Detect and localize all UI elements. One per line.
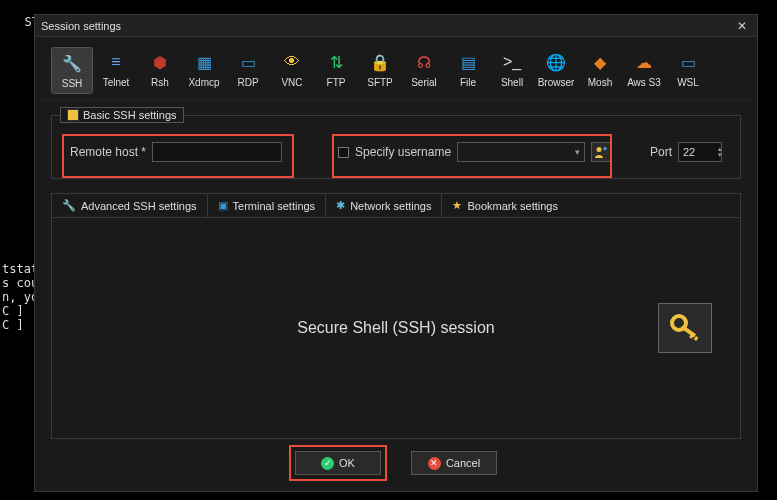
wsl-icon: ▭ [677,51,699,73]
cancel-button[interactable]: ✕ Cancel [411,451,497,475]
session-type-mosh[interactable]: ◆Mosh [579,47,621,94]
basic-ssh-fieldset: Basic SSH settings Remote host * Specify… [51,115,741,179]
session-type-label: Rsh [151,77,169,88]
dialog-button-row: ✓ OK ✕ Cancel [51,439,741,485]
session-type-rdp[interactable]: ▭RDP [227,47,269,94]
session-type-browser[interactable]: 🌐Browser [535,47,577,94]
shell-icon: >_ [501,51,523,73]
close-icon: ✕ [737,19,747,33]
session-settings-dialog: Session settings ✕ 🔧SSH≡Telnet⬢Rsh▦Xdmcp… [34,14,758,492]
user-plus-icon [594,145,608,159]
port-input[interactable]: 22 [678,142,722,162]
serial-icon: ☊ [413,51,435,73]
port-group: Port 22 ▴▾ [650,142,722,162]
net-icon: ✱ [336,199,345,212]
ssh-key-badge [658,303,712,353]
specify-username-group: Specify username ▾ [338,142,611,162]
ssh-icon: 🔧 [61,52,83,74]
session-type-xdmcp[interactable]: ▦Xdmcp [183,47,225,94]
wrench-icon [67,109,79,121]
tool-icon: 🔧 [62,199,76,212]
remote-host-group: Remote host * [70,142,282,162]
mosh-icon: ◆ [589,51,611,73]
session-type-label: SFTP [367,77,393,88]
port-value: 22 [683,146,717,158]
session-type-sftp[interactable]: 🔒SFTP [359,47,401,94]
session-type-label: File [460,77,476,88]
remote-host-input[interactable] [152,142,282,162]
basic-ssh-legend: Basic SSH settings [60,107,184,123]
session-type-label: Aws S3 [627,77,661,88]
session-type-ftp[interactable]: ⇅FTP [315,47,357,94]
session-type-ssh[interactable]: 🔧SSH [51,47,93,94]
basic-legend-label: Basic SSH settings [83,109,177,121]
session-type-rsh[interactable]: ⬢Rsh [139,47,181,94]
session-type-label: WSL [677,77,699,88]
session-type-shell[interactable]: >_Shell [491,47,533,94]
sftp-icon: 🔒 [369,51,391,73]
file-icon: ▤ [457,51,479,73]
session-type-label: Xdmcp [188,77,219,88]
session-type-vnc[interactable]: 👁VNC [271,47,313,94]
session-type-label: VNC [281,77,302,88]
dialog-body: Basic SSH settings Remote host * Specify… [35,101,757,491]
adv-tab-net[interactable]: ✱Network settings [326,194,442,217]
adv-tab-book[interactable]: ★Bookmark settings [442,194,567,217]
session-type-serial[interactable]: ☊Serial [403,47,445,94]
star-icon: ★ [452,199,462,212]
browser-icon: 🌐 [545,51,567,73]
ftp-icon: ⇅ [325,51,347,73]
adv-tab-label: Advanced SSH settings [81,200,197,212]
session-type-telnet[interactable]: ≡Telnet [95,47,137,94]
manage-credentials-button[interactable] [591,142,611,162]
terminal-icon: ▣ [218,199,228,212]
basic-row: Remote host * Specify username ▾ [64,142,728,162]
adv-tab-label: Bookmark settings [467,200,557,212]
xdmcp-icon: ▦ [193,51,215,73]
ok-label: OK [339,457,355,469]
svg-point-0 [597,147,602,152]
session-type-label: Telnet [103,77,130,88]
chevron-down-icon: ▾ [571,147,584,157]
remote-host-label: Remote host * [70,145,146,159]
specify-username-label: Specify username [355,145,451,159]
vnc-icon: 👁 [281,51,303,73]
adv-tab-adv[interactable]: 🔧Advanced SSH settings [52,194,208,217]
close-button[interactable]: ✕ [733,17,751,35]
rsh-icon: ⬢ [149,51,171,73]
session-type-label: RDP [237,77,258,88]
rdp-icon: ▭ [237,51,259,73]
session-type-wsl[interactable]: ▭WSL [667,47,709,94]
dialog-title: Session settings [41,20,733,32]
ok-button[interactable]: ✓ OK [295,451,381,475]
session-type-awss3[interactable]: ☁Aws S3 [623,47,665,94]
username-combo[interactable]: ▾ [457,142,585,162]
svg-rect-6 [694,336,699,341]
adv-tab-label: Network settings [350,200,431,212]
advanced-tab-content: Secure Shell (SSH) session [51,217,741,439]
adv-tab-term[interactable]: ▣Terminal settings [208,194,327,217]
port-label: Port [650,145,672,159]
session-type-label: Mosh [588,77,612,88]
svg-rect-2 [604,147,605,151]
specify-username-checkbox[interactable] [338,147,349,158]
session-type-file[interactable]: ▤File [447,47,489,94]
titlebar: Session settings ✕ [35,15,757,37]
advanced-tabs: 🔧Advanced SSH settings▣Terminal settings… [51,193,741,217]
ok-check-icon: ✓ [321,457,334,470]
telnet-icon: ≡ [105,51,127,73]
key-icon [668,311,702,345]
session-type-label: Shell [501,77,523,88]
cancel-label: Cancel [446,457,480,469]
session-type-tabs: 🔧SSH≡Telnet⬢Rsh▦Xdmcp▭RDP👁VNC⇅FTP🔒SFTP☊S… [35,37,757,101]
session-description: Secure Shell (SSH) session [297,319,494,337]
session-type-label: Serial [411,77,437,88]
port-spinner[interactable]: ▴▾ [718,146,722,158]
session-type-label: SSH [62,78,83,89]
adv-tab-label: Terminal settings [233,200,316,212]
awss3-icon: ☁ [633,51,655,73]
cancel-x-icon: ✕ [428,457,441,470]
session-type-label: Browser [538,77,575,88]
session-type-label: FTP [327,77,346,88]
